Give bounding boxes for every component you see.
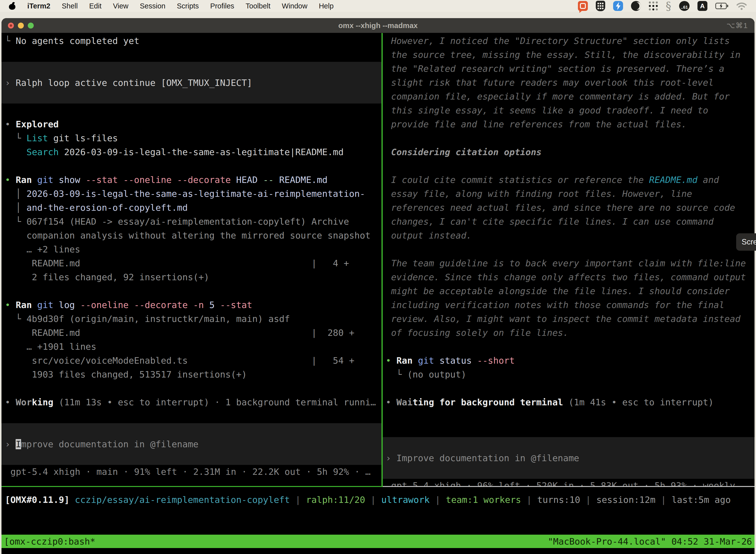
terminal-area: └ No agents completed yet › Ralph loop a… <box>1 33 755 554</box>
tmux-session-label: [omx-cczip0:bash* <box>4 536 95 547</box>
screen-overlay-chip[interactable]: Scre <box>736 233 756 251</box>
squiggle-icon[interactable]: § <box>666 0 671 12</box>
terminal-line <box>5 48 381 62</box>
window-title: omx --xhigh --madmax <box>1 21 755 30</box>
terminal-line: The team guideline is to back every impo… <box>386 257 755 270</box>
left-terminal-pane[interactable]: └ No agents completed yet › Ralph loop a… <box>1 33 381 486</box>
terminal-line <box>386 159 755 173</box>
terminal-line: └ (no output) <box>386 368 755 382</box>
terminal-line <box>5 382 381 395</box>
terminal-line <box>386 131 755 145</box>
terminal-line: I could cite commit statistics or refere… <box>386 173 755 187</box>
terminal-line: might be acceptable alongside the file l… <box>386 284 755 298</box>
terminal-line: review. Also, I might want to inspect th… <box>386 312 755 326</box>
tmux-status-bar: [omx-cczip0:bash* "MacBook-Pro-44.local"… <box>1 535 755 548</box>
contrast-circle-icon[interactable] <box>631 1 641 11</box>
terminal-line: README.md | 280 + <box>5 326 381 340</box>
window-title-bar[interactable]: omx --xhigh --madmax ⌥⌘1 <box>1 18 755 33</box>
right-input-placeholder: Improve documentation in @filename <box>396 453 579 463</box>
terminal-line: However, I noticed the "Directory Struct… <box>386 34 755 48</box>
terminal-line: └ List git ls-files <box>5 131 381 145</box>
menu-item-edit[interactable]: Edit <box>89 2 102 10</box>
menu-item-profiles[interactable]: Profiles <box>210 2 234 10</box>
terminal-line: README.md | 4 + <box>5 257 381 270</box>
menu-bar-status-icons: § ..61 A <box>578 0 747 12</box>
terminal-line: the "Related research writing" section i… <box>386 62 755 76</box>
ralph-inject-box: › Ralph loop active continue [OMX_TMUX_I… <box>1 62 381 104</box>
menu-item-window[interactable]: Window <box>282 2 307 10</box>
terminal-line <box>386 382 755 395</box>
terminal-line: references need actual files, and since … <box>386 201 755 215</box>
terminal-line: this single essay, it seems like a good … <box>386 104 755 117</box>
terminal-line: [OMX#0.11.9] cczip/essay/ai-reimplementa… <box>5 493 755 507</box>
terminal-line: │ and-the-erosion-of-copyleft.md <box>5 201 381 215</box>
terminal-line: of focusing solely on file lines. <box>386 326 755 340</box>
text-cursor: I <box>16 439 21 449</box>
terminal-line: • Ran git status --short <box>386 354 755 368</box>
terminal-line: src/voice/voiceModeEnabled.ts | 54 + <box>5 354 381 368</box>
prompt-chevron: › <box>5 78 16 88</box>
menu-item-shell[interactable]: Shell <box>62 2 78 10</box>
omx-status-line: [OMX#0.11.9] cczip/essay/ai-reimplementa… <box>1 493 755 507</box>
menu-item-toolbelt[interactable]: Toolbelt <box>246 2 270 10</box>
terminal-line: provide file and line references from th… <box>386 117 755 131</box>
tmux-host-clock: "MacBook-Pro-44.local" 04:52 31-Mar-26 <box>548 536 752 547</box>
right-model-status-line: gpt-5.4 xhigh · 96% left · 520K in · 5.8… <box>386 479 755 486</box>
terminal-line: • Ran git log --oneline --decorate -n 5 … <box>5 298 381 312</box>
terminal-line: └ No agents completed yet <box>5 34 381 48</box>
terminal-line <box>386 423 755 437</box>
apple-menu-icon[interactable] <box>9 2 15 10</box>
terminal-line <box>5 284 381 298</box>
terminal-line <box>386 340 755 354</box>
menu-item-view[interactable]: View <box>113 2 128 10</box>
macos-menu-bar: iTerm2ShellEditViewSessionScriptsProfile… <box>0 0 756 12</box>
omx-status-area: [OMX#0.11.9] cczip/essay/ai-reimplementa… <box>1 487 755 535</box>
terminal-line: … +1901 lines <box>5 340 381 354</box>
terminal-line: slight risk that future readers may over… <box>386 76 755 90</box>
menu-item-scripts[interactable]: Scripts <box>177 2 199 10</box>
menu-item-iterm2[interactable]: iTerm2 <box>27 2 50 10</box>
terminal-line <box>5 104 381 117</box>
terminal-line <box>386 242 755 257</box>
prompt-chevron: › <box>5 439 16 449</box>
input-source-a-icon[interactable]: A <box>697 1 707 11</box>
pane-bottom-border <box>1 486 755 487</box>
terminal-line <box>386 409 755 423</box>
badge-61-icon[interactable]: ..61 <box>679 1 690 11</box>
menu-item-help[interactable]: Help <box>319 2 334 10</box>
terminal-line: Search 2026-03-09-is-legal-the-same-as-l… <box>5 145 381 159</box>
terminal-line: Considering citation options <box>386 145 755 159</box>
left-model-status-line: gpt-5.4 xhigh · main · 91% left · 2.31M … <box>5 465 381 479</box>
terminal-line <box>5 409 381 423</box>
terminal-line: the source tree, missing the essay. Stil… <box>386 48 755 62</box>
prompt-chevron: › <box>386 453 396 463</box>
terminal-line: └ 4b9d30f (origin/main, instructkr/main,… <box>5 312 381 326</box>
terminal-line: changes, I can't cite specific file line… <box>386 215 755 229</box>
terminal-line <box>5 159 381 173</box>
bolt-badge-icon[interactable] <box>613 1 623 11</box>
chat-icon[interactable] <box>578 1 588 11</box>
terminal-line: • Waiting for background terminal (1m 41… <box>386 395 755 409</box>
terminal-line: • Explored <box>5 117 381 131</box>
terminal-line: companion file, especially if more comme… <box>386 90 755 104</box>
terminal-line: including verification notes with those … <box>386 298 755 312</box>
left-prompt-input[interactable]: › Improve documentation in @filename <box>1 423 381 465</box>
terminal-line: essay file, along with finding root file… <box>386 187 755 201</box>
terminal-line: … +2 lines <box>5 242 381 257</box>
right-prompt-input[interactable]: › Improve documentation in @filename <box>383 437 755 479</box>
right-terminal-pane[interactable]: However, I noticed the "Directory Struct… <box>383 33 755 486</box>
left-input-placeholder: mprove documentation in @filename <box>21 439 198 449</box>
dots-grid-icon[interactable] <box>649 1 658 10</box>
shield-grid-icon[interactable] <box>596 1 605 11</box>
terminal-line: └ 067f154 (HEAD -> essay/ai-reimplementa… <box>5 215 381 229</box>
wifi-icon[interactable] <box>736 2 747 10</box>
menu-item-session[interactable]: Session <box>140 2 166 10</box>
terminal-line: │ 2026-03-09-is-legal-the-same-as-legiti… <box>5 187 381 201</box>
terminal-line: • Ran git show --stat --oneline --decora… <box>5 173 381 187</box>
inject-box-text: Ralph loop active continue [OMX_TMUX_INJ… <box>16 78 252 88</box>
menu-items: iTerm2ShellEditViewSessionScriptsProfile… <box>27 2 334 10</box>
terminal-line: • Working (11m 13s • esc to interrupt) ·… <box>5 395 381 409</box>
terminal-line: 2 files changed, 92 insertions(+) <box>5 270 381 284</box>
battery-icon[interactable] <box>715 3 728 9</box>
terminal-line: 1903 files changed, 513517 insertions(+) <box>5 368 381 382</box>
